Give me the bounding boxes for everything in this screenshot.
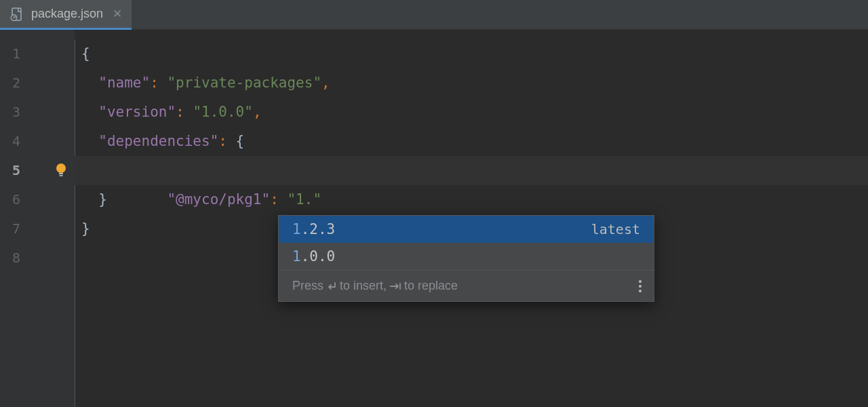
code-line-current: "@myco/pkg1": "1.": [75, 156, 868, 185]
line-number: 2: [0, 69, 75, 98]
tab-close-icon[interactable]: ✕: [113, 7, 122, 21]
tab-key-icon: [389, 282, 401, 290]
line-number: 8: [0, 244, 75, 273]
line-number: 4: [0, 127, 75, 156]
autocomplete-popup: 1.2.3 latest 1.0.0 Press to insert, to r…: [278, 215, 654, 302]
code-line: {: [75, 39, 868, 69]
autocomplete-item-latest[interactable]: 1.2.3 latest: [279, 216, 654, 243]
code-line: "dependencies": {: [75, 127, 868, 156]
gutter: 1 2 3 4 5 6 7 8: [0, 30, 75, 407]
line-number: 7: [0, 214, 75, 244]
code-line: "version": "1.0.0",: [75, 98, 868, 127]
tab-bar: package.json ✕: [0, 0, 868, 30]
editor: 1 2 3 4 5 6 7 8 { "name": "private-packa…: [0, 30, 868, 407]
svg-rect-4: [60, 175, 63, 176]
code-line: }: [75, 185, 868, 214]
autocomplete-item[interactable]: 1.0.0: [279, 243, 654, 270]
svg-point-1: [11, 14, 16, 20]
autocomplete-hint: Press to insert, to replace: [292, 279, 458, 293]
intention-bulb-icon[interactable]: [54, 163, 68, 179]
autocomplete-tag: latest: [591, 221, 640, 237]
line-number: 3: [0, 98, 75, 127]
line-number: 6: [0, 185, 75, 214]
tab-package-json[interactable]: package.json ✕: [0, 0, 132, 30]
svg-point-2: [56, 163, 66, 173]
autocomplete-footer: Press to insert, to replace: [279, 270, 654, 301]
json-file-icon: [9, 7, 24, 22]
enter-key-icon: [326, 282, 337, 291]
line-number: 1: [0, 39, 75, 69]
svg-rect-3: [59, 173, 63, 174]
code-line: "name": "private-packages",: [75, 69, 868, 98]
tab-filename: package.json: [31, 7, 103, 21]
more-options-icon[interactable]: [639, 280, 642, 292]
